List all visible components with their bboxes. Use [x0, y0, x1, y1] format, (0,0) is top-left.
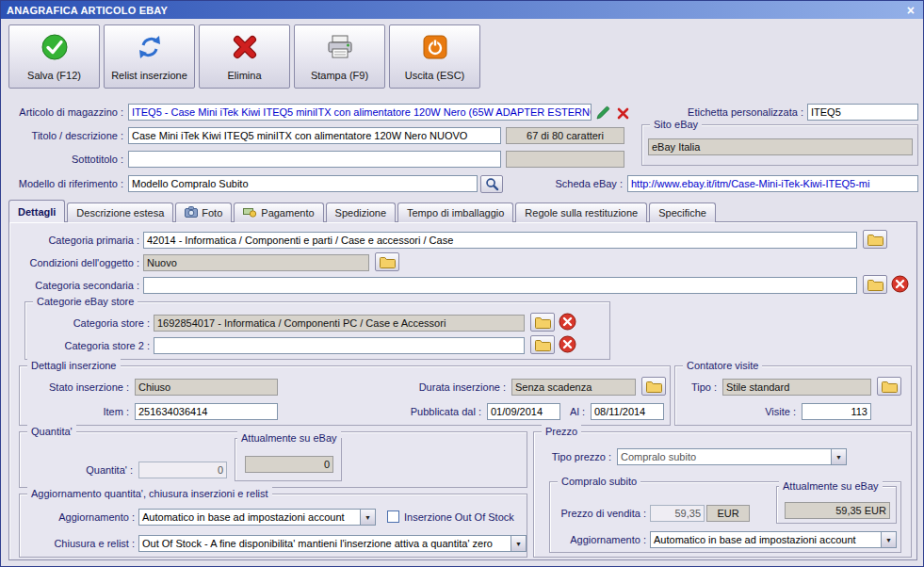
model-field[interactable]: Modello Compralo Subito [128, 175, 478, 192]
red-circle-x-icon [559, 335, 576, 353]
relist-button[interactable]: Relist inserzione [104, 24, 195, 89]
out-of-stock-checkbox[interactable] [387, 510, 399, 523]
price-type-combo[interactable]: Compralo subito ▼ [617, 448, 847, 465]
store-category2-browse-button[interactable] [530, 335, 555, 354]
condition-label: Condizioni dell'oggetto : [14, 257, 139, 268]
item-number-field[interactable]: 251634036414 [135, 403, 278, 420]
custom-label-label: Etichetta personalizzata : [649, 106, 803, 118]
chevron-down-icon[interactable]: ▼ [360, 510, 375, 525]
store-category-browse-button[interactable] [530, 313, 555, 332]
primary-category-browse-button[interactable] [863, 230, 887, 249]
custom-label-field[interactable]: ITEQ5 [807, 104, 918, 121]
counter-type-label: Tipo : [679, 381, 717, 393]
subtitle-extra-box [506, 151, 624, 168]
window-title: ANAGRAFICA ARTICOLO EBAY [7, 5, 904, 16]
quantity-label: Quantita' : [27, 464, 133, 476]
tab-label: Foto [202, 207, 222, 219]
update-relist-groupbox: Aggiornamento quantita', chiusura inserz… [19, 494, 527, 558]
listing-details-groupbox: Dettagli inserzione Stato inserzione : C… [19, 365, 671, 426]
chevron-down-icon[interactable]: ▼ [881, 532, 896, 547]
payment-icon [243, 207, 257, 219]
secondary-category-browse-button[interactable] [863, 275, 887, 294]
primary-category-label: Categoria primaria : [14, 235, 139, 246]
price-type-value: Compralo subito [618, 449, 831, 464]
tab-spedizione[interactable]: Spedizione [326, 202, 396, 222]
tab-pagamento[interactable]: Pagamento [234, 202, 323, 222]
buy-it-now-groupbox: Compralo subito Prezzo di vendita : 59,3… [549, 481, 901, 553]
relist-button-label: Relist inserzione [111, 70, 187, 81]
primary-category-field[interactable]: 42014 - Informatica / Componenti e parti… [143, 232, 857, 249]
store-category2-clear-button[interactable] [559, 335, 576, 353]
condition-browse-button[interactable] [375, 252, 399, 271]
visit-counter-group-title: Contatore visite [683, 359, 762, 372]
sale-price-label: Prezzo di vendita : [552, 508, 646, 519]
ebay-page-field[interactable]: http://www.ebay.it/itm/Case-Mini-iTek-Ki… [627, 175, 918, 192]
search-icon [485, 177, 499, 191]
ebay-page-label: Scheda eBay : [527, 178, 623, 189]
chevron-down-icon[interactable]: ▼ [511, 536, 526, 551]
duration-field: Senza scadenza [511, 379, 636, 396]
tab-regole-restituzione[interactable]: Regole sulla restituzione [515, 202, 647, 222]
tab-specifiche[interactable]: Specifiche [649, 202, 716, 222]
folder-icon [867, 234, 883, 246]
store-category2-field[interactable] [154, 337, 525, 354]
tab-label: Regole sulla restituzione [525, 207, 638, 219]
tab-foto[interactable]: Foto [175, 202, 232, 222]
char-count-box: 67 di 80 caratteri [506, 127, 624, 144]
edit-pencil-icon[interactable] [594, 104, 612, 122]
tab-strip: Dettagli Descrizione estesa Foto Pagamen… [8, 200, 718, 222]
quantity-groupbox: Quantita' Quantita' : 0 Attualmente su e… [19, 431, 527, 488]
ebay-quantity-group-title: Attualmente su eBay [237, 431, 341, 445]
subtitle-field[interactable] [128, 151, 501, 168]
stock-item-field[interactable]: ITEQ5 - Case Mini iTek Kiwi ITEQ5 miniIT… [128, 104, 592, 121]
store-categories-group-title: Categorie eBay store [33, 295, 138, 308]
price-group-title: Prezzo [542, 425, 581, 438]
store-category-clear-button[interactable] [559, 313, 576, 331]
close-relist-combo[interactable]: Out Of Stock - A fine disponibilita' man… [138, 535, 527, 552]
refresh-arrows-icon [136, 33, 164, 65]
duration-browse-button[interactable] [641, 377, 666, 396]
clear-stock-item-x-icon[interactable] [614, 105, 632, 122]
camera-icon [185, 206, 198, 219]
published-from-field[interactable]: 01/09/2014 [487, 403, 560, 420]
visits-field[interactable]: 113 [802, 403, 871, 420]
quantity-field: 0 [138, 462, 227, 478]
delete-button[interactable]: Elimina [199, 24, 290, 89]
price-update-label: Aggiornamento : [552, 534, 646, 545]
save-button[interactable]: Salva (F12) [8, 24, 100, 89]
close-relist-value: Out Of Stock - A fine disponibilita' man… [139, 536, 511, 551]
secondary-category-label: Categoria secondaria : [14, 280, 139, 291]
counter-type-browse-button[interactable] [877, 377, 901, 396]
ebay-price-groupbox: Attualmente su eBay 59,35 EUR [776, 486, 897, 524]
exit-button[interactable]: Uscita (ESC) [389, 24, 480, 89]
tab-dettagli[interactable]: Dettagli [8, 200, 65, 222]
tab-descrizione-estesa[interactable]: Descrizione estesa [67, 202, 173, 222]
tab-label: Tempo di imballaggio [407, 207, 504, 219]
price-update-combo[interactable]: Automatico in base ad impostazioni accou… [650, 531, 897, 548]
secondary-category-clear-button[interactable] [891, 275, 909, 293]
folder-icon [646, 381, 662, 393]
update-mode-combo[interactable]: Automatico in base ad impostazioni accou… [138, 509, 376, 526]
buy-it-now-group-title: Compralo subito [558, 475, 640, 488]
folder-icon [867, 279, 883, 291]
red-x-icon [231, 33, 259, 65]
tab-tempo-imballaggio[interactable]: Tempo di imballaggio [397, 202, 513, 222]
folder-icon [535, 316, 551, 329]
tab-label: Pagamento [261, 207, 314, 219]
condition-field: Nuovo [143, 254, 369, 271]
print-button[interactable]: Stampa (F9) [294, 24, 385, 89]
save-button-label: Salva (F12) [27, 70, 81, 81]
tab-label: Specifiche [658, 207, 706, 219]
red-circle-x-icon [891, 275, 909, 293]
visits-label: Visite : [734, 406, 796, 417]
currency-box: EUR [706, 505, 750, 522]
chevron-down-icon[interactable]: ▼ [831, 449, 846, 464]
update-mode-label: Aggiornamento : [20, 511, 135, 523]
secondary-category-field[interactable] [143, 277, 857, 294]
title-field[interactable]: Case Mini iTek Kiwi ITEQ5 miniITX con al… [128, 127, 501, 144]
published-to-field[interactable]: 08/11/2014 [591, 403, 664, 420]
store-category-field: 1692854017 - Informatica / Componenti PC… [154, 315, 525, 332]
close-icon[interactable]: × [904, 4, 917, 17]
model-search-button[interactable] [480, 175, 503, 193]
published-to-label: Al : [566, 406, 585, 417]
